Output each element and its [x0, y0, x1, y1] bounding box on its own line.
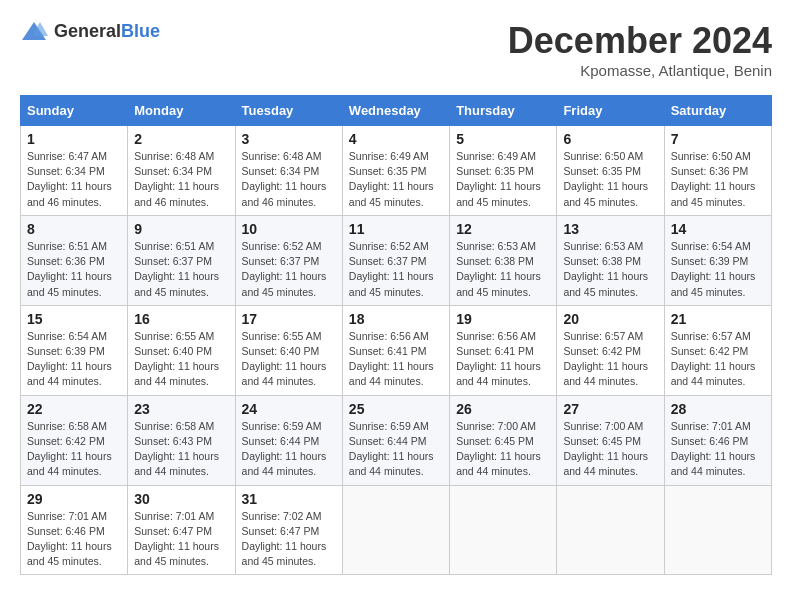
sunset-text: Sunset: 6:37 PM: [242, 255, 320, 267]
daylight-text-2: and 45 minutes.: [242, 286, 317, 298]
logo-blue: Blue: [121, 21, 160, 41]
table-row: 21Sunrise: 6:57 AMSunset: 6:42 PMDayligh…: [664, 305, 771, 395]
daylight-text-2: and 44 minutes.: [134, 465, 209, 477]
sunset-text: Sunset: 6:38 PM: [456, 255, 534, 267]
daylight-text-2: and 44 minutes.: [349, 465, 424, 477]
daylight-text-2: and 45 minutes.: [134, 286, 209, 298]
table-row: [450, 485, 557, 575]
table-row: 28Sunrise: 7:01 AMSunset: 6:46 PMDayligh…: [664, 395, 771, 485]
col-tuesday: Tuesday: [235, 96, 342, 126]
sunrise-text: Sunrise: 6:52 AM: [349, 240, 429, 252]
table-row: 20Sunrise: 6:57 AMSunset: 6:42 PMDayligh…: [557, 305, 664, 395]
sunset-text: Sunset: 6:42 PM: [671, 345, 749, 357]
day-number: 27: [563, 401, 657, 417]
day-detail: Sunrise: 7:01 AMSunset: 6:46 PMDaylight:…: [671, 419, 765, 480]
daylight-text: Daylight: 11 hours: [456, 270, 541, 282]
sunset-text: Sunset: 6:34 PM: [134, 165, 212, 177]
sunset-text: Sunset: 6:46 PM: [27, 525, 105, 537]
calendar-header-row: Sunday Monday Tuesday Wednesday Thursday…: [21, 96, 772, 126]
daylight-text: Daylight: 11 hours: [134, 180, 219, 192]
sunrise-text: Sunrise: 7:01 AM: [671, 420, 751, 432]
table-row: 24Sunrise: 6:59 AMSunset: 6:44 PMDayligh…: [235, 395, 342, 485]
sunrise-text: Sunrise: 6:58 AM: [134, 420, 214, 432]
table-row: [557, 485, 664, 575]
daylight-text-2: and 45 minutes.: [349, 286, 424, 298]
daylight-text-2: and 45 minutes.: [349, 196, 424, 208]
sunset-text: Sunset: 6:43 PM: [134, 435, 212, 447]
day-detail: Sunrise: 6:49 AMSunset: 6:35 PMDaylight:…: [349, 149, 443, 210]
daylight-text-2: and 44 minutes.: [27, 465, 102, 477]
sunrise-text: Sunrise: 6:59 AM: [349, 420, 429, 432]
table-row: 3Sunrise: 6:48 AMSunset: 6:34 PMDaylight…: [235, 126, 342, 216]
daylight-text-2: and 45 minutes.: [242, 555, 317, 567]
sunrise-text: Sunrise: 6:47 AM: [27, 150, 107, 162]
calendar-week-row: 15Sunrise: 6:54 AMSunset: 6:39 PMDayligh…: [21, 305, 772, 395]
sunset-text: Sunset: 6:38 PM: [563, 255, 641, 267]
day-number: 14: [671, 221, 765, 237]
daylight-text: Daylight: 11 hours: [671, 270, 756, 282]
month-title: December 2024: [508, 20, 772, 62]
table-row: 2Sunrise: 6:48 AMSunset: 6:34 PMDaylight…: [128, 126, 235, 216]
day-number: 26: [456, 401, 550, 417]
daylight-text: Daylight: 11 hours: [242, 360, 327, 372]
sunset-text: Sunset: 6:37 PM: [349, 255, 427, 267]
daylight-text-2: and 45 minutes.: [134, 555, 209, 567]
daylight-text-2: and 45 minutes.: [671, 196, 746, 208]
table-row: 27Sunrise: 7:00 AMSunset: 6:45 PMDayligh…: [557, 395, 664, 485]
day-detail: Sunrise: 6:48 AMSunset: 6:34 PMDaylight:…: [134, 149, 228, 210]
logo-general: General: [54, 21, 121, 41]
day-detail: Sunrise: 6:54 AMSunset: 6:39 PMDaylight:…: [27, 329, 121, 390]
calendar-week-row: 1Sunrise: 6:47 AMSunset: 6:34 PMDaylight…: [21, 126, 772, 216]
day-number: 23: [134, 401, 228, 417]
sunset-text: Sunset: 6:34 PM: [242, 165, 320, 177]
sunset-text: Sunset: 6:39 PM: [27, 345, 105, 357]
daylight-text-2: and 44 minutes.: [134, 375, 209, 387]
table-row: 9Sunrise: 6:51 AMSunset: 6:37 PMDaylight…: [128, 215, 235, 305]
day-number: 11: [349, 221, 443, 237]
daylight-text: Daylight: 11 hours: [456, 450, 541, 462]
table-row: 25Sunrise: 6:59 AMSunset: 6:44 PMDayligh…: [342, 395, 449, 485]
daylight-text: Daylight: 11 hours: [27, 270, 112, 282]
daylight-text-2: and 46 minutes.: [27, 196, 102, 208]
sunset-text: Sunset: 6:44 PM: [242, 435, 320, 447]
daylight-text: Daylight: 11 hours: [242, 180, 327, 192]
day-number: 4: [349, 131, 443, 147]
sunrise-text: Sunrise: 6:49 AM: [349, 150, 429, 162]
day-detail: Sunrise: 6:53 AMSunset: 6:38 PMDaylight:…: [563, 239, 657, 300]
daylight-text-2: and 45 minutes.: [27, 286, 102, 298]
day-detail: Sunrise: 6:56 AMSunset: 6:41 PMDaylight:…: [456, 329, 550, 390]
daylight-text-2: and 44 minutes.: [671, 375, 746, 387]
day-number: 2: [134, 131, 228, 147]
daylight-text: Daylight: 11 hours: [563, 360, 648, 372]
sunset-text: Sunset: 6:35 PM: [349, 165, 427, 177]
table-row: 26Sunrise: 7:00 AMSunset: 6:45 PMDayligh…: [450, 395, 557, 485]
daylight-text-2: and 44 minutes.: [349, 375, 424, 387]
daylight-text: Daylight: 11 hours: [27, 540, 112, 552]
sunrise-text: Sunrise: 6:48 AM: [242, 150, 322, 162]
day-number: 3: [242, 131, 336, 147]
daylight-text: Daylight: 11 hours: [456, 360, 541, 372]
day-number: 30: [134, 491, 228, 507]
day-detail: Sunrise: 7:02 AMSunset: 6:47 PMDaylight:…: [242, 509, 336, 570]
day-detail: Sunrise: 6:54 AMSunset: 6:39 PMDaylight:…: [671, 239, 765, 300]
calendar-week-row: 29Sunrise: 7:01 AMSunset: 6:46 PMDayligh…: [21, 485, 772, 575]
table-row: 17Sunrise: 6:55 AMSunset: 6:40 PMDayligh…: [235, 305, 342, 395]
sunrise-text: Sunrise: 6:56 AM: [349, 330, 429, 342]
table-row: 18Sunrise: 6:56 AMSunset: 6:41 PMDayligh…: [342, 305, 449, 395]
sunrise-text: Sunrise: 6:49 AM: [456, 150, 536, 162]
table-row: 8Sunrise: 6:51 AMSunset: 6:36 PMDaylight…: [21, 215, 128, 305]
logo-text: GeneralBlue: [54, 21, 160, 42]
day-detail: Sunrise: 6:56 AMSunset: 6:41 PMDaylight:…: [349, 329, 443, 390]
table-row: 31Sunrise: 7:02 AMSunset: 6:47 PMDayligh…: [235, 485, 342, 575]
daylight-text-2: and 44 minutes.: [242, 465, 317, 477]
day-detail: Sunrise: 7:01 AMSunset: 6:47 PMDaylight:…: [134, 509, 228, 570]
daylight-text: Daylight: 11 hours: [563, 270, 648, 282]
day-detail: Sunrise: 6:53 AMSunset: 6:38 PMDaylight:…: [456, 239, 550, 300]
day-number: 21: [671, 311, 765, 327]
sunset-text: Sunset: 6:46 PM: [671, 435, 749, 447]
day-number: 13: [563, 221, 657, 237]
daylight-text: Daylight: 11 hours: [456, 180, 541, 192]
daylight-text-2: and 44 minutes.: [671, 465, 746, 477]
daylight-text-2: and 45 minutes.: [563, 196, 638, 208]
table-row: [342, 485, 449, 575]
